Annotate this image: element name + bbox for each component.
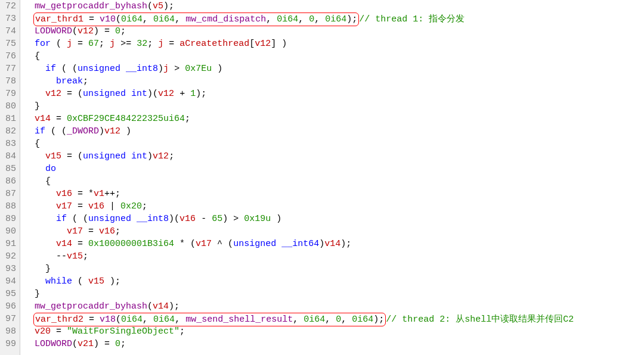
token-num: 0x19u	[244, 214, 271, 224]
code-viewport[interactable]: mw_getprocaddr_byhash(v5); var_thrd1 = v…	[20, 0, 644, 355]
line-number: 74	[0, 25, 16, 38]
line-number: 85	[0, 163, 16, 175]
code-line[interactable]: for ( j = 67; j >= 32; j = aCreatethread…	[24, 38, 644, 50]
token-var: v16	[56, 189, 72, 199]
token-punct	[126, 151, 131, 161]
token-num: 0i64	[121, 14, 143, 24]
code-line[interactable]: LODWORD(v12) = 0;	[24, 25, 644, 38]
line-number: 89	[0, 213, 16, 225]
token-punct: );	[346, 14, 357, 24]
token-punct: ) =	[94, 339, 115, 349]
code-line[interactable]: {	[24, 138, 644, 150]
token-punct: ] )	[271, 39, 287, 49]
code-line[interactable]: if ( (unsigned __int8)(v16 - 65) > 0x19u…	[24, 213, 644, 225]
inline-comment: // thread 1: 指令分发	[359, 14, 465, 24]
token-kw: int	[131, 89, 147, 99]
token-punct: );	[169, 301, 179, 312]
token-punct: );	[340, 239, 351, 249]
token-punct: --	[56, 251, 67, 261]
token-var: j	[67, 39, 72, 49]
token-punct: = (	[61, 151, 83, 161]
line-number: 83	[0, 138, 16, 150]
token-punct: ,	[266, 14, 277, 24]
code-line[interactable]: v12 = (unsigned int)(v12 + 1);	[24, 88, 644, 100]
token-punct	[120, 64, 126, 74]
token-kw: unsigned	[88, 214, 131, 224]
token-var: v12	[153, 151, 169, 161]
token-var: v17	[67, 226, 83, 236]
token-punct: ,	[175, 14, 185, 24]
token-macro: LODWORD	[35, 26, 72, 36]
line-number: 75	[0, 38, 16, 50]
code-line[interactable]: {	[24, 50, 644, 63]
token-func: v18	[100, 314, 116, 325]
line-number: 80	[0, 100, 16, 113]
token-var: v15	[67, 251, 83, 261]
token-var: v12	[158, 89, 174, 99]
token-punct: =	[51, 114, 67, 124]
code-line[interactable]: v16 = *v1++;	[24, 188, 644, 200]
token-num: 0	[309, 14, 314, 24]
token-punct: (	[116, 314, 121, 325]
code-line[interactable]: v17 = v16 | 0x20;	[24, 200, 644, 213]
code-line[interactable]: v15 = (unsigned int)v12;	[24, 150, 644, 163]
code-line[interactable]: mw_getprocaddr_byhash(v14);	[24, 300, 644, 313]
line-number: 96	[0, 300, 16, 313]
code-line[interactable]: v14 = 0xCBF29CE484222325ui64;	[24, 113, 644, 125]
token-num: 0	[336, 314, 341, 325]
token-punct: ) >	[222, 214, 244, 224]
token-var: v12	[255, 39, 271, 49]
token-func: mw_send_shell_result	[185, 314, 293, 325]
token-var: j	[163, 64, 169, 74]
token-punct: )	[120, 126, 131, 136]
code-line[interactable]: mw_getprocaddr_byhash(v5);	[24, 0, 644, 13]
code-line[interactable]: }	[24, 100, 644, 113]
token-var: v12	[104, 126, 120, 136]
code-line[interactable]: v17 = v16;	[24, 225, 644, 238]
token-punct: ,	[143, 14, 153, 24]
code-line[interactable]: v20 = "WaitForSingleObject";	[24, 325, 644, 338]
token-num: 0i64	[352, 314, 373, 325]
token-kw: unsigned	[233, 239, 276, 249]
token-punct: ;	[99, 39, 110, 49]
token-var: var_thrd1	[35, 14, 83, 24]
token-punct: [	[249, 39, 255, 49]
token-punct: )	[271, 214, 281, 224]
token-macro: _DWORD	[67, 126, 99, 136]
token-punct: =	[83, 314, 100, 325]
code-line[interactable]: while ( v15 );	[24, 275, 644, 288]
code-line[interactable]: do	[24, 163, 644, 175]
token-punct: ,	[298, 14, 309, 24]
code-line[interactable]: var_thrd1 = v10(0i64, 0i64, mw_cmd_dispa…	[24, 13, 644, 25]
token-punct: )	[158, 64, 163, 74]
code-line[interactable]: LODWORD(v21) = 0;	[24, 338, 644, 350]
token-punct: {	[35, 139, 40, 149]
line-number: 81	[0, 113, 16, 125]
token-num: 0i64	[153, 314, 175, 325]
line-number: 95	[0, 288, 16, 300]
code-line[interactable]: --v15;	[24, 250, 644, 263]
token-punct: =	[83, 14, 100, 24]
token-punct: =	[51, 326, 67, 337]
token-num: 0x20	[120, 201, 142, 211]
token-var: j	[158, 39, 163, 49]
token-var: v16	[179, 214, 196, 224]
token-num: 0x7Eu	[185, 64, 212, 74]
code-line[interactable]: if ( (unsigned __int8)j > 0x7Eu )	[24, 63, 644, 75]
token-kw: __int8	[137, 214, 169, 224]
code-line[interactable]: if ( (_DWORD)v12 )	[24, 125, 644, 138]
code-line[interactable]: {	[24, 175, 644, 188]
token-punct: ,	[293, 314, 304, 325]
line-number: 84	[0, 150, 16, 163]
line-number: 92	[0, 250, 16, 263]
token-punct: (	[72, 26, 78, 36]
token-punct: ;	[169, 151, 174, 161]
token-num: 32	[137, 39, 147, 49]
code-line[interactable]: var_thrd2 = v18(0i64, 0i64, mw_send_shel…	[24, 313, 644, 325]
code-line[interactable]: }	[24, 263, 644, 275]
token-func: mw_getprocaddr_byhash	[35, 301, 147, 312]
code-line[interactable]: break;	[24, 75, 644, 88]
code-line[interactable]: }	[24, 288, 644, 300]
token-punct: );	[196, 89, 206, 99]
code-line[interactable]: v14 = 0x100000001B3i64 * (v17 ^ (unsigne…	[24, 238, 644, 250]
